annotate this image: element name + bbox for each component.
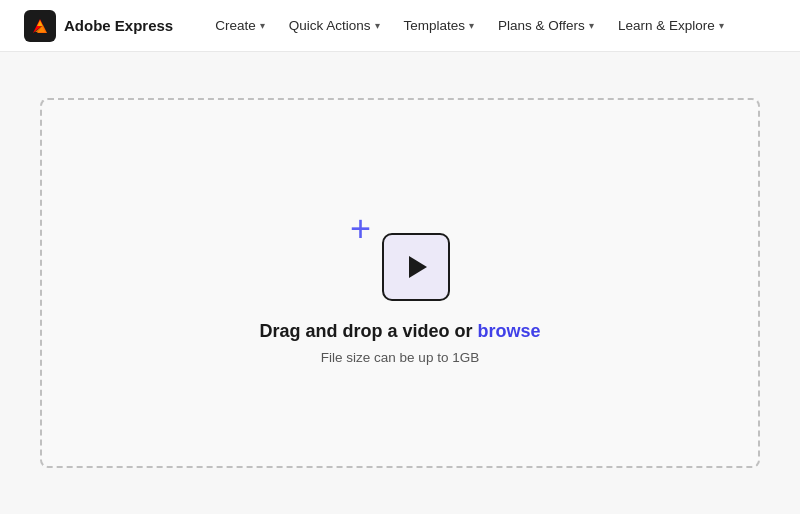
chevron-down-icon: ▾: [719, 20, 724, 31]
video-drop-zone[interactable]: + Drag and drop a video or browse File s…: [40, 98, 760, 468]
drop-text-static: Drag and drop a video or: [259, 321, 477, 341]
drop-zone-primary-text: Drag and drop a video or browse: [259, 321, 540, 342]
drop-zone-sub-text: File size can be up to 1GB: [321, 350, 479, 365]
drop-zone-icon-area: +: [340, 201, 460, 301]
adobe-express-logo-icon: [24, 10, 56, 42]
play-triangle-icon: [409, 256, 427, 278]
video-placeholder-icon: [382, 233, 450, 301]
chevron-down-icon: ▾: [589, 20, 594, 31]
nav-label-plans: Plans & Offers: [498, 18, 585, 33]
nav-label-templates: Templates: [404, 18, 466, 33]
logo-area[interactable]: Adobe Express: [24, 10, 173, 42]
nav-label-quick-actions: Quick Actions: [289, 18, 371, 33]
nav-label-create: Create: [215, 18, 256, 33]
nav-item-quick-actions[interactable]: Quick Actions ▾: [279, 12, 390, 39]
nav-item-create[interactable]: Create ▾: [205, 12, 275, 39]
add-video-icon: +: [350, 211, 371, 247]
nav-item-plans[interactable]: Plans & Offers ▾: [488, 12, 604, 39]
browse-link[interactable]: browse: [478, 321, 541, 341]
chevron-down-icon: ▾: [260, 20, 265, 31]
nav-item-learn[interactable]: Learn & Explore ▾: [608, 12, 734, 39]
main-nav: Create ▾ Quick Actions ▾ Templates ▾ Pla…: [205, 12, 733, 39]
nav-label-learn: Learn & Explore: [618, 18, 715, 33]
chevron-down-icon: ▾: [469, 20, 474, 31]
chevron-down-icon: ▾: [375, 20, 380, 31]
logo-text: Adobe Express: [64, 17, 173, 34]
nav-item-templates[interactable]: Templates ▾: [394, 12, 485, 39]
